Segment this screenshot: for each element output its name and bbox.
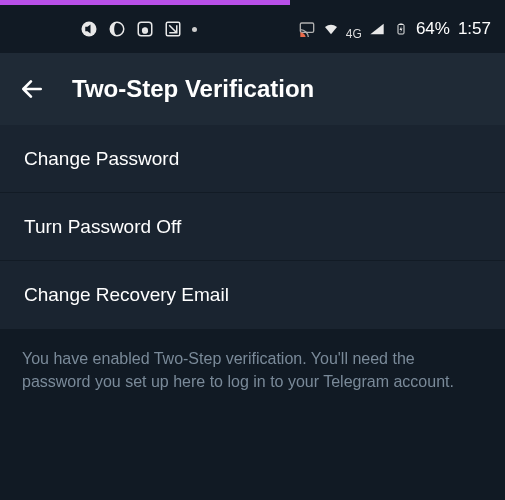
svg-text:e: e	[142, 24, 147, 35]
status-bar: e 4G 64% 1:57	[0, 5, 505, 53]
status-icons-right: 4G 64% 1:57	[298, 17, 491, 41]
network-label: 4G	[346, 27, 362, 41]
back-button[interactable]	[18, 75, 46, 103]
titlebar: Two-Step Verification	[0, 53, 505, 125]
battery-percent: 64%	[416, 19, 450, 39]
options-list: Change Password Turn Password Off Change…	[0, 125, 505, 329]
option-label: Change Recovery Email	[24, 284, 229, 306]
option-label: Turn Password Off	[24, 216, 181, 238]
e-icon: e	[136, 20, 154, 38]
option-turn-password-off[interactable]: Turn Password Off	[0, 193, 505, 261]
media-icon	[164, 20, 182, 38]
clock: 1:57	[458, 19, 491, 39]
wifi-icon	[322, 20, 340, 38]
svg-rect-5	[300, 23, 313, 32]
battery-icon	[392, 20, 410, 38]
svg-rect-7	[399, 24, 402, 26]
footnote-text: You have enabled Two-Step verification. …	[0, 329, 505, 411]
cast-icon	[298, 20, 316, 38]
option-change-recovery-email[interactable]: Change Recovery Email	[0, 261, 505, 329]
page-title: Two-Step Verification	[72, 75, 314, 103]
status-icons-left: e	[80, 20, 197, 38]
signal-icon	[368, 20, 386, 38]
mute-icon	[80, 20, 98, 38]
option-change-password[interactable]: Change Password	[0, 125, 505, 193]
overflow-dot	[192, 27, 197, 32]
moon-icon	[108, 20, 126, 38]
arrow-left-icon	[19, 76, 45, 102]
option-label: Change Password	[24, 148, 179, 170]
